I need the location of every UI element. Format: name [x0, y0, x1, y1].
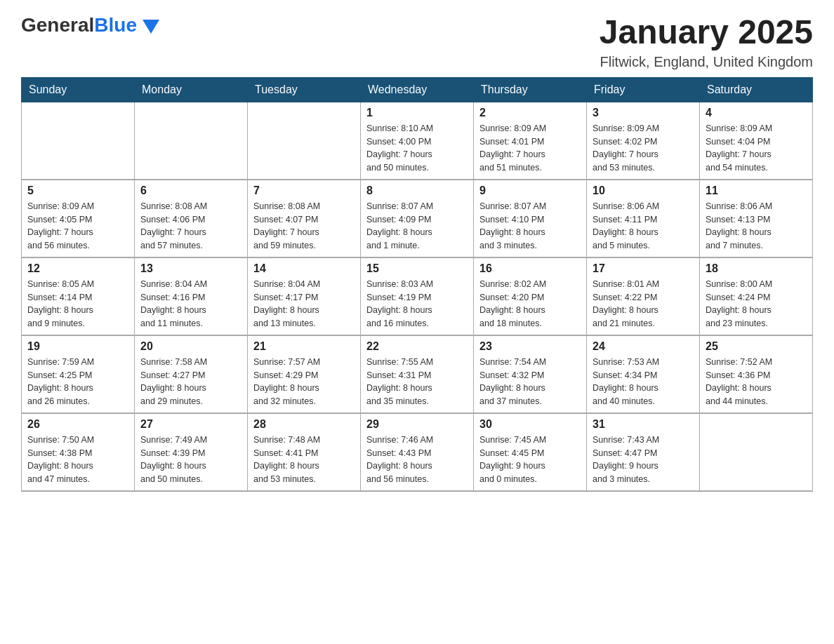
day-number: 6 — [140, 185, 241, 197]
calendar-table: Sunday Monday Tuesday Wednesday Thursday… — [21, 77, 813, 492]
day-info: Sunrise: 7:53 AM Sunset: 4:34 PM Dayligh… — [593, 356, 694, 408]
calendar-day-cell: 8Sunrise: 8:07 AM Sunset: 4:09 PM Daylig… — [361, 180, 474, 257]
calendar-title: January 2025 — [600, 14, 813, 51]
calendar-day-cell: 19Sunrise: 7:59 AM Sunset: 4:25 PM Dayli… — [22, 335, 135, 413]
day-info: Sunrise: 8:01 AM Sunset: 4:22 PM Dayligh… — [593, 278, 694, 330]
day-info: Sunrise: 7:48 AM Sunset: 4:41 PM Dayligh… — [253, 434, 355, 486]
calendar-day-cell: 23Sunrise: 7:54 AM Sunset: 4:32 PM Dayli… — [474, 335, 587, 413]
calendar-day-cell: 5Sunrise: 8:09 AM Sunset: 4:05 PM Daylig… — [22, 180, 135, 257]
day-info: Sunrise: 8:00 AM Sunset: 4:24 PM Dayligh… — [706, 278, 807, 330]
day-info: Sunrise: 8:02 AM Sunset: 4:20 PM Dayligh… — [479, 278, 581, 330]
day-number: 21 — [253, 340, 355, 353]
calendar-day-cell: 31Sunrise: 7:43 AM Sunset: 4:47 PM Dayli… — [587, 413, 700, 491]
day-number: 28 — [253, 418, 355, 431]
day-number: 26 — [27, 418, 128, 431]
col-thursday: Thursday — [474, 77, 587, 102]
calendar-day-cell — [22, 102, 135, 180]
day-info: Sunrise: 8:06 AM Sunset: 4:13 PM Dayligh… — [706, 200, 807, 253]
day-number: 7 — [253, 185, 355, 197]
calendar-week-row: 1Sunrise: 8:10 AM Sunset: 4:00 PM Daylig… — [22, 102, 813, 180]
logo-wordmark: GeneralBlue — [21, 14, 159, 36]
col-saturday: Saturday — [700, 77, 813, 102]
day-number: 19 — [27, 340, 128, 353]
day-number: 12 — [27, 262, 128, 275]
day-info: Sunrise: 8:08 AM Sunset: 4:07 PM Dayligh… — [253, 200, 355, 253]
page-header: GeneralBlue January 2025 Flitwick, Engla… — [21, 14, 813, 70]
day-info: Sunrise: 7:43 AM Sunset: 4:47 PM Dayligh… — [593, 434, 694, 486]
day-info: Sunrise: 8:07 AM Sunset: 4:10 PM Dayligh… — [479, 200, 581, 253]
calendar-day-cell — [135, 102, 248, 180]
day-info: Sunrise: 8:08 AM Sunset: 4:06 PM Dayligh… — [140, 200, 241, 253]
calendar-day-cell: 28Sunrise: 7:48 AM Sunset: 4:41 PM Dayli… — [248, 413, 361, 491]
day-number: 2 — [479, 107, 581, 119]
calendar-day-cell — [248, 102, 361, 180]
day-info: Sunrise: 7:49 AM Sunset: 4:39 PM Dayligh… — [140, 434, 241, 486]
calendar-day-cell — [700, 413, 813, 491]
col-tuesday: Tuesday — [248, 77, 361, 102]
day-number: 1 — [366, 107, 468, 119]
day-number: 13 — [140, 262, 241, 275]
day-number: 25 — [706, 340, 807, 353]
day-info: Sunrise: 7:46 AM Sunset: 4:43 PM Dayligh… — [366, 434, 468, 486]
day-info: Sunrise: 8:07 AM Sunset: 4:09 PM Dayligh… — [366, 200, 468, 253]
col-friday: Friday — [587, 77, 700, 102]
col-sunday: Sunday — [22, 77, 135, 102]
logo-blue-text: Blue — [94, 14, 137, 36]
logo-triangle-icon — [143, 20, 159, 34]
calendar-day-cell: 20Sunrise: 7:58 AM Sunset: 4:27 PM Dayli… — [135, 335, 248, 413]
calendar-day-cell: 29Sunrise: 7:46 AM Sunset: 4:43 PM Dayli… — [361, 413, 474, 491]
day-number: 29 — [366, 418, 468, 431]
day-number: 9 — [479, 185, 581, 197]
calendar-day-cell: 2Sunrise: 8:09 AM Sunset: 4:01 PM Daylig… — [474, 102, 587, 180]
day-info: Sunrise: 8:03 AM Sunset: 4:19 PM Dayligh… — [366, 278, 468, 330]
day-info: Sunrise: 8:09 AM Sunset: 4:04 PM Dayligh… — [706, 122, 807, 175]
day-info: Sunrise: 7:59 AM Sunset: 4:25 PM Dayligh… — [27, 356, 128, 408]
calendar-header-row: Sunday Monday Tuesday Wednesday Thursday… — [22, 77, 813, 102]
calendar-day-cell: 3Sunrise: 8:09 AM Sunset: 4:02 PM Daylig… — [587, 102, 700, 180]
day-number: 15 — [366, 262, 468, 275]
calendar-day-cell: 7Sunrise: 8:08 AM Sunset: 4:07 PM Daylig… — [248, 180, 361, 257]
day-info: Sunrise: 8:04 AM Sunset: 4:17 PM Dayligh… — [253, 278, 355, 330]
day-number: 16 — [479, 262, 581, 275]
calendar-week-row: 26Sunrise: 7:50 AM Sunset: 4:38 PM Dayli… — [22, 413, 813, 491]
day-info: Sunrise: 8:05 AM Sunset: 4:14 PM Dayligh… — [27, 278, 128, 330]
day-info: Sunrise: 8:09 AM Sunset: 4:01 PM Dayligh… — [479, 122, 581, 175]
calendar-day-cell: 26Sunrise: 7:50 AM Sunset: 4:38 PM Dayli… — [22, 413, 135, 491]
calendar-day-cell: 15Sunrise: 8:03 AM Sunset: 4:19 PM Dayli… — [361, 257, 474, 335]
col-wednesday: Wednesday — [361, 77, 474, 102]
calendar-day-cell: 14Sunrise: 8:04 AM Sunset: 4:17 PM Dayli… — [248, 257, 361, 335]
day-info: Sunrise: 8:10 AM Sunset: 4:00 PM Dayligh… — [366, 122, 468, 175]
calendar-week-row: 12Sunrise: 8:05 AM Sunset: 4:14 PM Dayli… — [22, 257, 813, 335]
calendar-subtitle: Flitwick, England, United Kingdom — [600, 54, 813, 70]
title-block: January 2025 Flitwick, England, United K… — [600, 14, 813, 70]
calendar-week-row: 5Sunrise: 8:09 AM Sunset: 4:05 PM Daylig… — [22, 180, 813, 257]
calendar-day-cell: 9Sunrise: 8:07 AM Sunset: 4:10 PM Daylig… — [474, 180, 587, 257]
calendar-day-cell: 17Sunrise: 8:01 AM Sunset: 4:22 PM Dayli… — [587, 257, 700, 335]
day-info: Sunrise: 7:57 AM Sunset: 4:29 PM Dayligh… — [253, 356, 355, 408]
day-number: 8 — [366, 185, 468, 197]
logo-general-text: General — [21, 14, 94, 36]
logo: GeneralBlue — [21, 14, 159, 36]
day-info: Sunrise: 8:09 AM Sunset: 4:02 PM Dayligh… — [593, 122, 694, 175]
day-number: 24 — [593, 340, 694, 353]
day-number: 31 — [593, 418, 694, 431]
day-number: 23 — [479, 340, 581, 353]
day-info: Sunrise: 7:50 AM Sunset: 4:38 PM Dayligh… — [27, 434, 128, 486]
day-info: Sunrise: 8:09 AM Sunset: 4:05 PM Dayligh… — [27, 200, 128, 253]
day-number: 18 — [706, 262, 807, 275]
day-info: Sunrise: 7:58 AM Sunset: 4:27 PM Dayligh… — [140, 356, 241, 408]
calendar-day-cell: 12Sunrise: 8:05 AM Sunset: 4:14 PM Dayli… — [22, 257, 135, 335]
calendar-day-cell: 25Sunrise: 7:52 AM Sunset: 4:36 PM Dayli… — [700, 335, 813, 413]
day-number: 27 — [140, 418, 241, 431]
day-number: 11 — [706, 185, 807, 197]
calendar-body: 1Sunrise: 8:10 AM Sunset: 4:00 PM Daylig… — [22, 102, 813, 491]
day-number: 17 — [593, 262, 694, 275]
day-number: 30 — [479, 418, 581, 431]
day-number: 22 — [366, 340, 468, 353]
calendar-day-cell: 16Sunrise: 8:02 AM Sunset: 4:20 PM Dayli… — [474, 257, 587, 335]
day-number: 4 — [706, 107, 807, 119]
day-info: Sunrise: 8:06 AM Sunset: 4:11 PM Dayligh… — [593, 200, 694, 253]
col-monday: Monday — [135, 77, 248, 102]
day-number: 5 — [27, 185, 128, 197]
calendar-day-cell: 13Sunrise: 8:04 AM Sunset: 4:16 PM Dayli… — [135, 257, 248, 335]
